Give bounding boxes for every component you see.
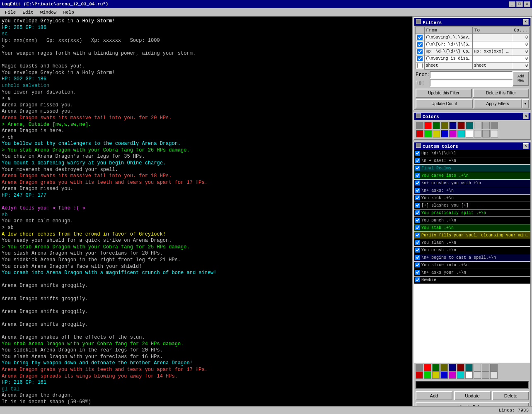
- custom-color-item[interactable]: [+] slashes you [+]: [414, 202, 530, 209]
- custom-color-checkbox-9[interactable]: [415, 218, 420, 223]
- update-count-button[interactable]: Update Count: [416, 99, 473, 108]
- bottom-color-swatch[interactable]: [416, 364, 423, 371]
- apply-filters-dropdown[interactable]: ▼: [522, 99, 529, 108]
- filters-close-button[interactable]: ×: [523, 19, 529, 25]
- color-swatch[interactable]: [474, 122, 481, 129]
- custom-color-checkbox-17[interactable]: [415, 277, 420, 282]
- custom-color-checkbox-7[interactable]: [415, 203, 420, 208]
- filter-checkbox-2[interactable]: [417, 49, 423, 54]
- bottom-color-swatch[interactable]: [465, 364, 473, 371]
- bottom-color-swatch[interactable]: [440, 371, 448, 379]
- filter-to-input[interactable]: [430, 79, 513, 87]
- custom-color-checkbox-8[interactable]: [415, 210, 420, 215]
- close-button[interactable]: ×: [524, 1, 530, 7]
- color-swatch[interactable]: [491, 122, 498, 129]
- color-swatch[interactable]: [457, 130, 465, 137]
- delete-filter-button[interactable]: Delete this Filter: [473, 89, 529, 98]
- bottom-color-swatch[interactable]: [490, 371, 498, 379]
- color-swatch[interactable]: [449, 122, 457, 129]
- add-new-button[interactable]: Add New: [513, 71, 529, 86]
- terminal[interactable]: you envelope Greylock in a Holy Storm!HP…: [0, 17, 412, 414]
- custom-color-item[interactable]: You slice into .+\n: [414, 262, 530, 269]
- custom-color-checkbox-13[interactable]: [415, 248, 420, 253]
- color-swatch[interactable]: [424, 130, 432, 137]
- custom-color-item[interactable]: You kick .+\n: [414, 195, 530, 202]
- custom-color-checkbox-3[interactable]: [415, 173, 420, 178]
- custom-color-checkbox-11[interactable]: [415, 233, 420, 238]
- bottom-color-swatch[interactable]: [482, 364, 489, 371]
- menu-edit[interactable]: Edit: [19, 9, 36, 16]
- custom-color-item[interactable]: \n+ asks your .+\n: [414, 269, 530, 277]
- menu-help[interactable]: Help: [60, 9, 77, 16]
- colors-close-button[interactable]: ×: [523, 113, 529, 119]
- color-swatch[interactable]: [457, 122, 465, 129]
- custom-color-item[interactable]: Purity fills your soul, cleansing your m…: [414, 232, 530, 239]
- bottom-color-swatch[interactable]: [424, 364, 431, 371]
- menu-file[interactable]: File: [2, 9, 19, 16]
- apply-filters-button[interactable]: Apply Filters: [474, 99, 522, 108]
- custom-color-checkbox-2[interactable]: [415, 166, 420, 171]
- bottom-color-swatch[interactable]: [432, 364, 440, 371]
- color-swatch[interactable]: [441, 122, 448, 129]
- custom-color-checkbox-4[interactable]: [415, 181, 420, 185]
- custom-color-item[interactable]: Final Realms: [414, 165, 530, 172]
- custom-color-checkbox-16[interactable]: [415, 270, 420, 275]
- custom-color-item[interactable]: \n+ crushes you with +\n: [414, 180, 530, 187]
- add-color-button[interactable]: Add: [416, 391, 452, 400]
- color-swatch[interactable]: [433, 122, 440, 129]
- filter-checkbox-1[interactable]: [417, 42, 423, 47]
- custom-color-item[interactable]: \n+ begins to cast a spell.+\n: [414, 254, 530, 262]
- filter-checkbox-0[interactable]: [417, 35, 423, 40]
- custom-color-checkbox-14[interactable]: [415, 255, 420, 260]
- bottom-color-swatch[interactable]: [490, 364, 498, 371]
- custom-color-checkbox-12[interactable]: [415, 240, 420, 245]
- bottom-color-swatch[interactable]: [449, 371, 456, 379]
- custom-colors-close-button[interactable]: ×: [523, 143, 529, 149]
- color-input[interactable]: [416, 381, 529, 389]
- bottom-color-swatch[interactable]: [416, 371, 423, 379]
- filter-checkbox-3[interactable]: [417, 56, 423, 61]
- bottom-color-swatch[interactable]: [474, 371, 481, 379]
- color-swatch[interactable]: [433, 130, 440, 137]
- custom-color-item[interactable]: \n+ asks: +\n: [414, 187, 530, 195]
- bottom-color-swatch[interactable]: [449, 364, 456, 371]
- color-swatch[interactable]: [416, 122, 423, 129]
- color-swatch[interactable]: [474, 130, 481, 137]
- custom-color-item[interactable]: You carve into .+\n: [414, 172, 530, 180]
- delete-color-button[interactable]: Delete: [492, 391, 529, 400]
- bottom-color-swatch[interactable]: [474, 364, 481, 371]
- custom-color-item[interactable]: You slash .+\n: [414, 239, 530, 247]
- filter-from-input[interactable]: [430, 71, 513, 79]
- bottom-color-swatch[interactable]: [432, 371, 440, 379]
- bottom-color-swatch[interactable]: [457, 364, 464, 371]
- bottom-color-swatch[interactable]: [465, 371, 473, 379]
- bottom-color-swatch[interactable]: [457, 371, 464, 379]
- color-swatch[interactable]: [449, 130, 457, 137]
- custom-color-item[interactable]: \n + savs: +\n: [414, 157, 530, 165]
- color-swatch[interactable]: [441, 130, 448, 137]
- custom-color-item[interactable]: You practically split .+\n: [414, 209, 530, 217]
- custom-color-checkbox-1[interactable]: [415, 158, 420, 163]
- color-swatch[interactable]: [466, 130, 473, 137]
- custom-color-item[interactable]: Newbie: [414, 277, 530, 284]
- custom-color-checkbox-5[interactable]: [415, 188, 420, 193]
- filter-checkbox-4[interactable]: [417, 63, 423, 68]
- update-color-button[interactable]: Update: [454, 391, 491, 400]
- color-swatch[interactable]: [466, 122, 473, 129]
- custom-color-checkbox-6[interactable]: [415, 195, 420, 200]
- color-swatch[interactable]: [482, 122, 490, 129]
- custom-color-checkbox-0[interactable]: [415, 151, 420, 156]
- color-swatch[interactable]: [491, 130, 498, 137]
- bottom-color-swatch[interactable]: [424, 371, 431, 379]
- bottom-color-swatch[interactable]: [482, 371, 489, 379]
- color-swatch[interactable]: [416, 130, 423, 137]
- minimize-button[interactable]: _: [509, 1, 515, 7]
- custom-color-item[interactable]: You punch .+\n: [414, 217, 530, 224]
- color-swatch[interactable]: [482, 130, 490, 137]
- menu-window[interactable]: Window: [37, 9, 60, 16]
- bottom-color-swatch[interactable]: [440, 364, 448, 371]
- maximize-button[interactable]: □: [516, 1, 523, 7]
- custom-color-checkbox-15[interactable]: [415, 262, 420, 267]
- update-filter-button[interactable]: Update this Filter: [416, 89, 472, 98]
- custom-color-checkbox-10[interactable]: [415, 225, 420, 230]
